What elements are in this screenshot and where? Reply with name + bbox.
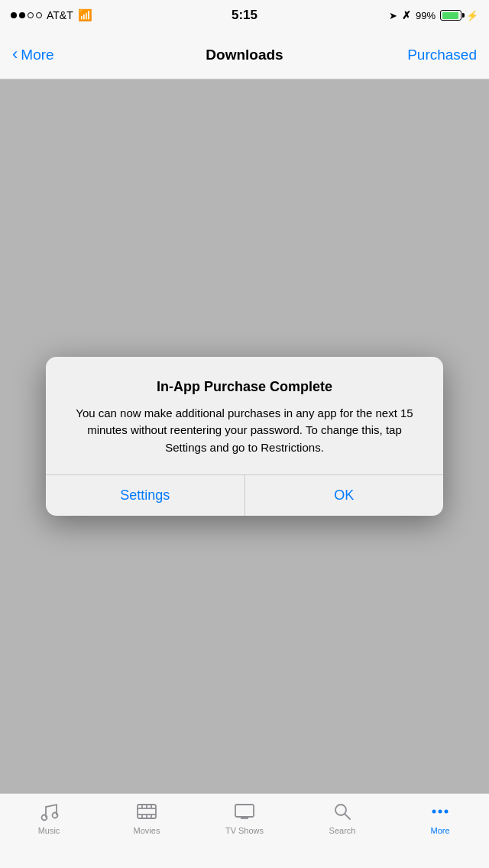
tab-more[interactable]: More [391, 800, 489, 835]
tab-movies[interactable]: Movies [98, 800, 196, 835]
tab-movies-label: Movies [134, 826, 160, 835]
svg-point-16 [432, 810, 436, 814]
svg-line-15 [345, 814, 350, 819]
tv-shows-icon [233, 800, 256, 823]
tab-tvshows-label: TV Shows [225, 826, 264, 835]
main-content: In-App Purchase Complete You can now mak… [0, 79, 489, 793]
back-button[interactable]: ‹ More [12, 47, 54, 63]
nav-title: Downloads [206, 47, 283, 63]
status-left: AT&T 📶 [11, 8, 92, 22]
tab-music[interactable]: Music [0, 800, 98, 835]
tab-tvshows[interactable]: TV Shows [196, 800, 293, 835]
purchased-label: Purchased [407, 47, 477, 63]
tab-more-label: More [430, 826, 449, 835]
signal-strength [11, 12, 42, 18]
signal-dot-3 [28, 12, 34, 18]
settings-button[interactable]: Settings [46, 475, 245, 516]
carrier-label: AT&T [47, 9, 73, 21]
battery-fill [442, 12, 459, 19]
back-label: More [21, 47, 53, 63]
movies-icon [135, 800, 158, 823]
alert-overlay: In-App Purchase Complete You can now mak… [0, 79, 489, 793]
tab-music-label: Music [38, 826, 60, 835]
back-chevron-icon: ‹ [12, 46, 18, 63]
battery-percentage: 99% [416, 10, 436, 21]
location-icon: ➤ [389, 10, 397, 21]
alert-buttons: Settings OK [46, 474, 443, 516]
wifi-icon: 📶 [78, 8, 92, 22]
alert-title: In-App Purchase Complete [67, 378, 422, 396]
tab-bar: Music Movies TV Sh [0, 793, 489, 868]
search-icon [331, 800, 354, 823]
nav-bar: ‹ More Downloads Purchased [0, 31, 489, 79]
purchased-button[interactable]: Purchased [407, 47, 477, 63]
alert-dialog: In-App Purchase Complete You can now mak… [46, 357, 443, 517]
battery-indicator [440, 10, 461, 21]
svg-point-18 [445, 810, 449, 814]
status-time: 5:15 [232, 8, 257, 23]
status-right: ➤ ✗ 99% ⚡ [389, 9, 478, 21]
ok-button[interactable]: OK [245, 475, 444, 516]
svg-point-17 [439, 810, 442, 814]
signal-dot-1 [11, 12, 17, 18]
battery-body [440, 10, 461, 21]
more-icon [429, 800, 452, 823]
tab-search-label: Search [329, 826, 356, 835]
bluetooth-icon: ✗ [402, 9, 411, 21]
status-bar: AT&T 📶 5:15 ➤ ✗ 99% ⚡ [0, 0, 489, 31]
tab-search[interactable]: Search [293, 800, 391, 835]
charging-icon: ⚡ [466, 10, 478, 21]
music-icon [37, 800, 60, 823]
alert-message: You can now make additional purchases in… [67, 405, 422, 457]
signal-dot-2 [19, 12, 25, 18]
signal-dot-4 [36, 12, 42, 18]
alert-body: In-App Purchase Complete You can now mak… [46, 357, 443, 475]
svg-rect-11 [235, 805, 254, 817]
